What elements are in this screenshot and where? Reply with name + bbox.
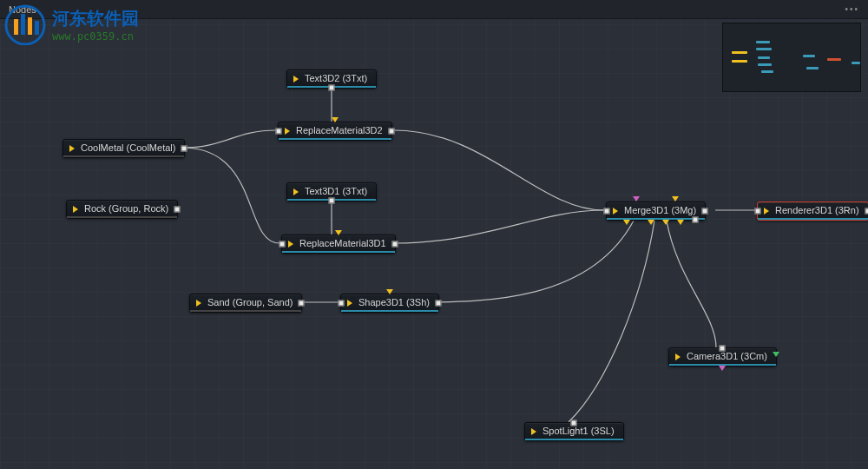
node-spotlight1[interactable]: SpotLight1 (3SL) — [524, 422, 624, 441]
node-label: ReplaceMaterial3D1 — [299, 238, 386, 248]
node-label: Sand (Group, Sand) — [207, 297, 293, 307]
svg-rect-4 — [35, 21, 39, 35]
node-renderer3d1[interactable]: Renderer3D1 (3Rn) — [757, 201, 868, 221]
node-text3d2[interactable]: Text3D2 (3Txt) — [286, 69, 377, 89]
navigator-minimap[interactable] — [722, 23, 861, 92]
svg-rect-2 — [21, 14, 25, 35]
svg-rect-3 — [28, 17, 32, 35]
node-label: Camera3D1 (3Cm) — [687, 351, 767, 361]
node-label: SpotLight1 (3SL) — [542, 426, 615, 436]
node-label: Text3D2 (3Txt) — [305, 73, 367, 83]
node-text3d1[interactable]: Text3D1 (3Txt) — [286, 182, 377, 201]
node-merge3d1[interactable]: Merge3D1 (3Mg) — [606, 201, 706, 221]
watermark-text-cn: 河东软件园 — [52, 7, 139, 30]
node-replacematerial3d1[interactable]: ReplaceMaterial3D1 — [281, 234, 396, 254]
node-shape3d1[interactable]: Shape3D1 (3Sh) — [340, 294, 439, 313]
node-coolmetal[interactable]: CoolMetal (CoolMetal) — [62, 139, 185, 158]
watermark-logo-icon — [3, 3, 47, 45]
node-replacematerial3d2[interactable]: ReplaceMaterial3D2 — [278, 122, 392, 141]
node-label: ReplaceMaterial3D2 — [296, 125, 383, 135]
node-rock[interactable]: Rock (Group, Rock) — [66, 200, 178, 219]
panel-menu-button[interactable]: ••• — [845, 4, 859, 14]
node-sand[interactable]: Sand (Group, Sand) — [189, 294, 302, 313]
node-label: CoolMetal (CoolMetal) — [81, 142, 175, 153]
node-label: Text3D1 (3Txt) — [305, 186, 367, 196]
node-label: Merge3D1 (3Mg) — [624, 205, 696, 215]
node-label: Rock (Group, Rock) — [84, 203, 168, 214]
node-label: Shape3D1 (3Sh) — [358, 297, 430, 307]
node-camera3d1[interactable]: Camera3D1 (3Cm) — [668, 347, 777, 367]
watermark: 河东软件园 www.pc0359.cn — [0, 0, 142, 49]
watermark-url: www.pc0359.cn — [52, 30, 139, 43]
svg-rect-1 — [14, 19, 18, 35]
node-label: Renderer3D1 (3Rn) — [775, 205, 859, 215]
